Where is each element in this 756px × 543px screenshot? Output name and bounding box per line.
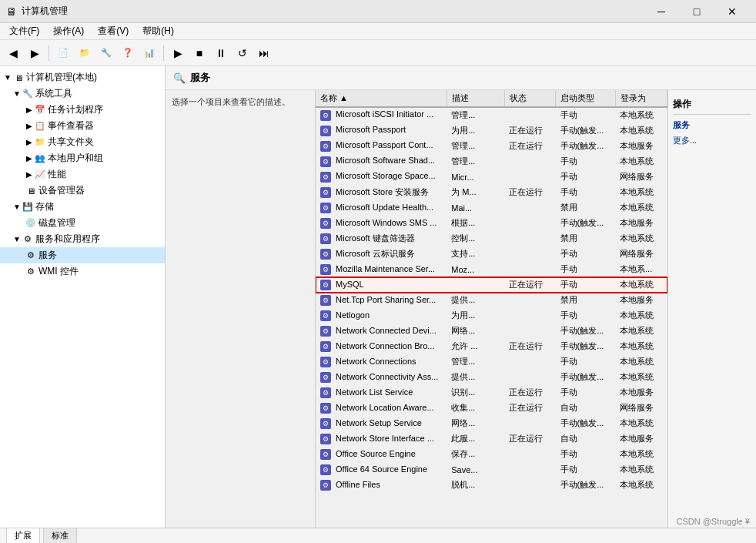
- table-row[interactable]: ⚙ Network Store Interface ... 此服... 正在运行…: [316, 431, 667, 447]
- tree-local-users[interactable]: ▶ 👥 本地用户和组: [0, 150, 165, 166]
- table-row[interactable]: ⚙ Net.Tcp Port Sharing Ser... 提供... 禁用 本…: [316, 293, 667, 308]
- up-folder-button[interactable]: 📁: [75, 43, 95, 63]
- cell-name: ⚙ Netlogon: [316, 308, 447, 323]
- table-row[interactable]: ⚙ Office 64 Source Engine Save... 手动 本地系…: [316, 462, 667, 478]
- export-button[interactable]: 📊: [139, 43, 159, 63]
- tab-standard[interactable]: 标准: [43, 528, 77, 543]
- pause-button[interactable]: ⏸: [211, 43, 231, 63]
- title-text: 计算机管理: [22, 5, 68, 18]
- cell-login: 网络服务: [615, 246, 667, 262]
- tree-device-manager[interactable]: 🖥 设备管理器: [0, 183, 165, 199]
- tree-root[interactable]: ▼ 🖥 计算机管理(本地): [0, 69, 165, 85]
- help-button[interactable]: ❓: [118, 43, 138, 63]
- cell-desc: 控制...: [447, 231, 504, 246]
- table-row[interactable]: ⚙ Network Setup Service 网络... 手动(触发... 本…: [316, 416, 667, 431]
- cell-desc: Save...: [447, 462, 504, 478]
- restart-button[interactable]: ↺: [232, 43, 253, 63]
- table-row[interactable]: ⚙ Microsoft Windows SMS ... 根据... 手动(触发.…: [316, 216, 667, 231]
- tree-shared-arrow: ▶: [25, 138, 34, 146]
- table-row[interactable]: ⚙ Microsoft Store 安装服务 为 M... 正在运行 手动 本地…: [316, 185, 667, 200]
- table-row[interactable]: ⚙ Network Location Aware... 收集... 正在运行 自…: [316, 401, 667, 416]
- tab-expand[interactable]: 扩展: [6, 528, 40, 543]
- table-row[interactable]: ⚙ Network Connected Devi... 网络... 手动(触发.…: [316, 323, 667, 339]
- cell-desc: 保存...: [447, 447, 504, 462]
- table-row[interactable]: ⚙ Offline Files 脱机... 手动(触发... 本地系统: [316, 478, 667, 493]
- tree-services-apps[interactable]: ▼ ⚙ 服务和应用程序: [0, 231, 165, 247]
- action-more-link[interactable]: 更多...: [673, 134, 751, 147]
- tree-task-scheduler[interactable]: ▶ 📅 任务计划程序: [0, 102, 165, 118]
- col-header-login[interactable]: 登录为: [615, 90, 667, 107]
- menu-action[interactable]: 操作(A): [47, 23, 90, 39]
- title-bar: 🖥 计算机管理 ─ □ ✕: [0, 0, 756, 23]
- skip-button[interactable]: ⏭: [254, 43, 274, 63]
- tree-shared-folders[interactable]: ▶ 📁 共享文件夹: [0, 134, 165, 150]
- tree-storage[interactable]: ▼ 💾 存储: [0, 199, 165, 215]
- main-layout: ▼ 🖥 计算机管理(本地) ▼ 🔧 系统工具 ▶ 📅 任务计划程序 ▶ 📋 事件…: [0, 66, 756, 528]
- tree-system-tools[interactable]: ▼ 🔧 系统工具: [0, 85, 165, 102]
- cell-desc: 此服...: [447, 431, 504, 447]
- forward-button[interactable]: ▶: [25, 43, 45, 63]
- cell-status: 正在运行: [504, 431, 555, 447]
- cell-startup: 手动(触发...: [556, 478, 616, 493]
- col-header-desc[interactable]: 描述: [447, 90, 504, 107]
- cell-name: ⚙ Network Connections: [316, 354, 447, 370]
- app-icon: 🖥: [6, 5, 17, 18]
- show-view-button[interactable]: 📄: [53, 43, 73, 63]
- close-button[interactable]: ✕: [714, 0, 750, 23]
- cell-startup: 手动(触发...: [556, 416, 616, 431]
- stop-button[interactable]: ■: [189, 43, 209, 63]
- service-gear-icon: ⚙: [320, 418, 331, 429]
- watermark: CSDN @Struggle ¥: [676, 517, 750, 526]
- tree-disk-mgmt[interactable]: 💿 磁盘管理: [0, 215, 165, 231]
- cell-login: 本地系统: [615, 462, 667, 478]
- tree-performance[interactable]: ▶ 📈 性能: [0, 166, 165, 183]
- tree-localusers-arrow: ▶: [25, 154, 34, 163]
- table-row[interactable]: ⚙ Netlogon 为用... 手动 本地系统: [316, 308, 667, 323]
- table-row[interactable]: ⚙ Network Connectivity Ass... 提供... 手动(触…: [316, 370, 667, 385]
- cell-startup: 禁用: [556, 200, 616, 216]
- tree-wmi[interactable]: ⚙ WMI 控件: [0, 263, 165, 280]
- table-row[interactable]: ⚙ Network Connection Bro... 允许 ... 正在运行 …: [316, 339, 667, 354]
- tree-services-label: 服务: [38, 249, 57, 262]
- table-row[interactable]: ⚙ Microsoft Passport Cont... 管理... 正在运行 …: [316, 139, 667, 154]
- table-row[interactable]: ⚙ Microsoft iSCSI Initiator ... 管理... 手动…: [316, 107, 667, 123]
- table-row[interactable]: ⚙ Microsoft Software Shad... 管理... 手动 本地…: [316, 154, 667, 169]
- table-row[interactable]: ⚙ Network List Service 识别... 正在运行 手动 本地服…: [316, 385, 667, 401]
- menu-view[interactable]: 查看(V): [92, 23, 135, 39]
- services-table-wrap[interactable]: 名称 ▲ 描述 状态 启动类型 登录为 ⚙ Microsoft iSCSI In…: [316, 90, 667, 528]
- service-gear-icon: ⚙: [320, 141, 331, 152]
- col-header-status[interactable]: 状态: [504, 90, 555, 107]
- cell-startup: 手动(触发...: [556, 323, 616, 339]
- table-row[interactable]: ⚙ Microsoft Passport 为用... 正在运行 手动(触发...…: [316, 123, 667, 139]
- table-row[interactable]: ⚙ Mozilla Maintenance Ser... Moz... 手动 本…: [316, 262, 667, 277]
- col-header-name[interactable]: 名称 ▲: [316, 90, 447, 107]
- minimize-button[interactable]: ─: [644, 0, 679, 23]
- table-row[interactable]: ⚙ Microsoft 键盘筛选器 控制... 禁用 本地系统: [316, 231, 667, 246]
- cell-name: ⚙ Network Store Interface ...: [316, 431, 447, 447]
- table-row[interactable]: ⚙ Microsoft 云标识服务 支持... 手动 网络服务: [316, 246, 667, 262]
- title-controls: ─ □ ✕: [644, 0, 750, 23]
- maximize-button[interactable]: □: [679, 0, 714, 23]
- tree-event-viewer[interactable]: ▶ 📋 事件查看器: [0, 118, 165, 134]
- cell-status: [504, 246, 555, 262]
- tree-services[interactable]: ⚙ 服务: [0, 247, 165, 263]
- cell-desc: 脱机...: [447, 478, 504, 493]
- back-button[interactable]: ◀: [3, 43, 23, 63]
- cell-name: ⚙ Microsoft iSCSI Initiator ...: [316, 107, 447, 123]
- cell-login: 本地系统: [615, 339, 667, 354]
- col-header-startup[interactable]: 启动类型: [556, 90, 616, 107]
- properties-button[interactable]: 🔧: [96, 43, 116, 63]
- table-row[interactable]: ⚙ Office Source Engine 保存... 手动 本地系统: [316, 447, 667, 462]
- menu-help[interactable]: 帮助(H): [136, 23, 180, 39]
- table-row[interactable]: ⚙ Microsoft Update Health... Mai... 禁用 本…: [316, 200, 667, 216]
- table-row[interactable]: ⚙ Microsoft Storage Space... Micr... 手动 …: [316, 169, 667, 185]
- cell-login: 本地服务: [615, 139, 667, 154]
- menu-file[interactable]: 文件(F): [3, 23, 45, 39]
- cell-desc: 网络...: [447, 323, 504, 339]
- table-row[interactable]: ⚙ Network Connections 管理... 手动 本地系统: [316, 354, 667, 370]
- play-button[interactable]: ▶: [168, 43, 188, 63]
- storage-icon: 💾: [22, 201, 34, 213]
- tree-event-arrow: ▶: [25, 122, 34, 130]
- table-row[interactable]: ⚙ MySQL 正在运行 手动 本地系统: [316, 277, 667, 293]
- toolbar: ◀ ▶ 📄 📁 🔧 ❓ 📊 ▶ ■ ⏸ ↺ ⏭: [0, 40, 756, 66]
